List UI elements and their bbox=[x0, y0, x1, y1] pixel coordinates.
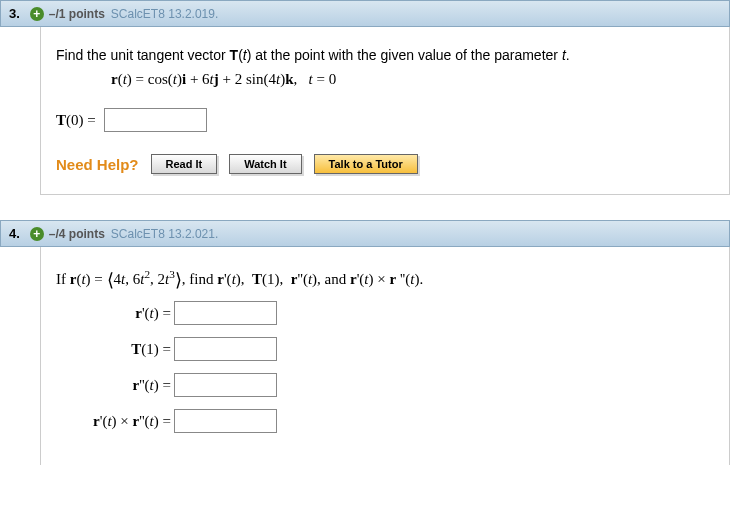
question-3-body: Find the unit tangent vector T(t) at the… bbox=[40, 27, 730, 195]
answer-row-rpp: r''(t) = bbox=[56, 373, 714, 397]
answer-input-rprime[interactable] bbox=[174, 301, 277, 325]
need-help-label: Need Help? bbox=[56, 156, 139, 173]
question-3: 3. + –/1 points SCalcET8 13.2.019. Find … bbox=[0, 0, 730, 195]
answer-row-cross: r'(t) × r''(t) = bbox=[56, 409, 714, 433]
question-number: 3. bbox=[9, 6, 20, 21]
answer-input-rpp[interactable] bbox=[174, 373, 277, 397]
expand-icon[interactable]: + bbox=[30, 7, 44, 21]
prompt-text: Find the unit tangent vector T(t) at the… bbox=[56, 47, 714, 63]
points-text: –/1 points bbox=[49, 7, 105, 21]
answer-input-T1[interactable] bbox=[174, 337, 277, 361]
question-3-header: 3. + –/1 points SCalcET8 13.2.019. bbox=[0, 0, 730, 27]
answer-label: r'(t) = bbox=[56, 305, 174, 322]
question-4-body: If r(t) = ⟨4t, 6t2, 2t3⟩, find r'(t), T(… bbox=[40, 247, 730, 465]
question-number: 4. bbox=[9, 226, 20, 241]
watch-it-button[interactable]: Watch It bbox=[229, 154, 301, 174]
answer-row-T0: T(0) = bbox=[56, 108, 714, 132]
answer-label: T(1) = bbox=[56, 341, 174, 358]
answer-input-T0[interactable] bbox=[104, 108, 207, 132]
source-text: SCalcET8 13.2.021. bbox=[111, 227, 218, 241]
prompt-text: If r(t) = ⟨4t, 6t2, 2t3⟩, find r'(t), T(… bbox=[56, 267, 714, 289]
answer-input-cross[interactable] bbox=[174, 409, 277, 433]
answer-row-T1: T(1) = bbox=[56, 337, 714, 361]
angle-bracket-open-icon: ⟨ bbox=[107, 270, 114, 290]
answer-label: r'(t) × r''(t) = bbox=[56, 413, 174, 430]
source-text: SCalcET8 13.2.019. bbox=[111, 7, 218, 21]
answer-label: T(0) = bbox=[56, 112, 104, 129]
question-4-header: 4. + –/4 points SCalcET8 13.2.021. bbox=[0, 220, 730, 247]
expand-icon[interactable]: + bbox=[30, 227, 44, 241]
need-help-row: Need Help? Read It Watch It Talk to a Tu… bbox=[56, 154, 714, 174]
question-4: 4. + –/4 points SCalcET8 13.2.021. If r(… bbox=[0, 220, 730, 465]
talk-to-tutor-button[interactable]: Talk to a Tutor bbox=[314, 154, 418, 174]
answer-label: r''(t) = bbox=[56, 377, 174, 394]
angle-bracket-close-icon: ⟩ bbox=[175, 270, 182, 290]
points-text: –/4 points bbox=[49, 227, 105, 241]
read-it-button[interactable]: Read It bbox=[151, 154, 218, 174]
answer-row-rprime: r'(t) = bbox=[56, 301, 714, 325]
equation: r(t) = cos(t)i + 6tj + 2 sin(4t)k, t = 0 bbox=[111, 71, 714, 88]
